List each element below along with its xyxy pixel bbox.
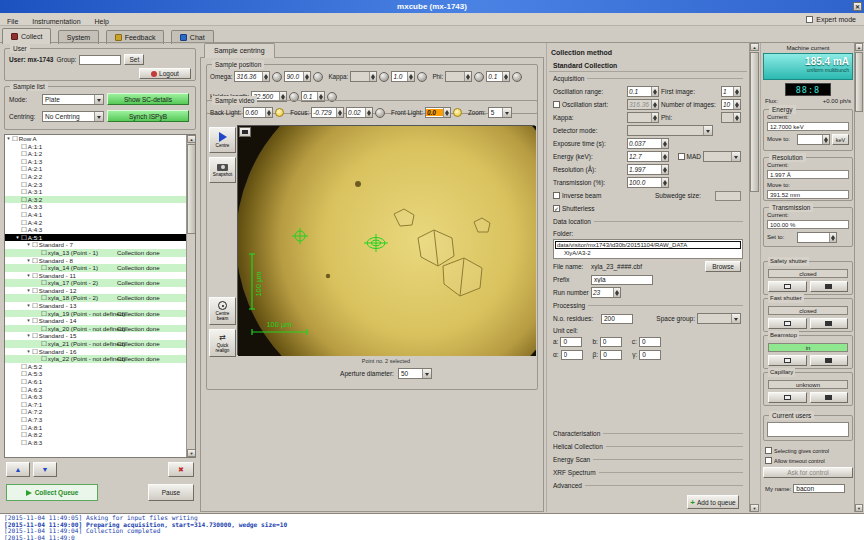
kappa-gear-icon[interactable] (379, 72, 389, 82)
tab-sample-centring[interactable]: Sample centring (204, 43, 275, 58)
row-checkbox-icon[interactable]: ☐ (21, 181, 27, 189)
row-checkbox-icon[interactable]: ☐ (21, 408, 27, 416)
window-titlebar[interactable]: mxcube (mx-1743) ✕ (0, 0, 864, 13)
expander-icon[interactable]: ▾ (25, 272, 32, 280)
row-checkbox-icon[interactable]: ☐ (41, 310, 47, 318)
shutter-open-button[interactable] (768, 355, 807, 366)
prefix-input[interactable] (591, 275, 653, 285)
synch-ispyb-button[interactable]: Synch ISPyB (107, 110, 189, 122)
row-checkbox-icon[interactable]: ☐ (21, 150, 27, 158)
subwedge-field[interactable] (715, 191, 741, 201)
folder-sub-item[interactable]: XlyA/A3-2 (555, 249, 741, 256)
transmission-acq-spinbox[interactable]: 100.0 (627, 177, 669, 188)
row-checkbox-icon[interactable]: ☐ (21, 234, 27, 242)
detector-mode-select[interactable] (627, 125, 713, 136)
tree-row[interactable]: ☐ A:4:2 (5, 219, 195, 227)
row-checkbox-icon[interactable]: ☐ (21, 165, 27, 173)
shutter-close-button[interactable] (810, 318, 849, 329)
tree-row[interactable]: ☐ A:2:2 (5, 173, 195, 181)
group-input[interactable] (79, 55, 121, 65)
section-header[interactable]: Helical Collection (547, 440, 749, 453)
tree-row[interactable]: ☐ xyla_20 (Point - not defined) Collecti… (5, 325, 195, 333)
tree-row[interactable]: ☐ A:8:1 (5, 424, 195, 432)
osc-start-spinbox[interactable]: 316.36 (627, 99, 659, 110)
tree-row[interactable]: ☐ A:1:2 (5, 150, 195, 158)
row-checkbox-icon[interactable]: ☐ (21, 196, 27, 204)
section-header[interactable]: XRF Spectrum (547, 466, 749, 479)
back-light-spinbox[interactable]: 0.60 (243, 107, 273, 118)
row-checkbox-icon[interactable]: ☐ (21, 211, 27, 219)
quick-realign-button[interactable]: ⇄ Quick realign (209, 329, 236, 357)
row-checkbox-icon[interactable]: ☐ (32, 257, 38, 265)
menu-item[interactable]: Help (88, 18, 116, 25)
row-checkbox-icon[interactable]: ☐ (41, 249, 47, 257)
focus-gear-icon[interactable] (375, 108, 385, 118)
tree-row[interactable]: ☐ A:4:1 (5, 211, 195, 219)
logout-button[interactable]: Logout (139, 68, 191, 79)
energy-acq-spinbox[interactable]: 12.7 (627, 151, 669, 162)
tree-row[interactable]: ☐ A:5:3 (5, 370, 195, 378)
row-checkbox-icon[interactable]: ☐ (41, 279, 47, 287)
standard-collection-header[interactable]: Standard Collection (549, 59, 747, 72)
row-checkbox-icon[interactable]: ☐ (21, 226, 27, 234)
resolution-acq-spinbox[interactable]: 1.997 (627, 164, 669, 175)
row-checkbox-icon[interactable]: ☐ (32, 348, 38, 356)
resolution-move-value[interactable]: 391.52 mm (767, 190, 849, 199)
tree-row[interactable]: ☐ A:7:3 (5, 416, 195, 424)
expander-icon[interactable]: ▾ (25, 287, 32, 295)
phi-acq-spinbox[interactable] (721, 112, 741, 123)
space-group-select[interactable] (697, 313, 741, 324)
tree-row[interactable]: ☐ A:3:1 (5, 188, 195, 196)
video-display-button[interactable] (239, 127, 251, 137)
row-checkbox-icon[interactable]: ☐ (21, 370, 27, 378)
omega-step-spinbox[interactable]: 90.0 (284, 71, 311, 82)
shutter-close-button[interactable] (810, 392, 849, 403)
shutter-open-button[interactable] (768, 281, 807, 292)
row-checkbox-icon[interactable]: ☐ (21, 143, 27, 151)
shutterless-checkbox[interactable]: ✓ (553, 205, 560, 212)
row-checkbox-icon[interactable]: ☐ (32, 272, 38, 280)
tree-row[interactable]: ☐ A:2:1 (5, 165, 195, 173)
tree-row[interactable]: ☐ xyla_17 (Point - 2) Collection done (5, 279, 195, 287)
scrollbar-thumb[interactable] (855, 52, 863, 112)
row-checkbox-icon[interactable]: ☐ (21, 158, 27, 166)
add-to-queue-button[interactable]: + Add to queue (687, 495, 739, 509)
row-checkbox-icon[interactable]: ☐ (32, 317, 38, 325)
expander-icon[interactable]: ▾ (25, 241, 32, 249)
tree-row[interactable]: ☐ A:2:3 (5, 181, 195, 189)
tree-row[interactable]: ☐ xyla_14 (Point - 1) Collection done (5, 264, 195, 272)
energy-unit-button[interactable]: keV (832, 134, 849, 145)
allow-timeout-control-checkbox[interactable] (765, 457, 772, 464)
back-light-icon[interactable] (275, 108, 284, 117)
cell-a-input[interactable] (560, 337, 582, 347)
row-checkbox-icon[interactable]: ☐ (32, 241, 38, 249)
tree-row[interactable]: ▾ ☐ Standard - 7 (5, 241, 195, 249)
sample-tree[interactable]: ▾ ☐ Row A ☐ A:1:1 ☐ A:1:2 (4, 134, 196, 458)
kappa-acq-spinbox[interactable] (627, 112, 659, 123)
centre-beam-button[interactable]: Centre beam (209, 297, 236, 325)
tree-row[interactable]: ▾ ☐ Standard - 8 (5, 257, 195, 265)
expander-icon[interactable]: ▾ (25, 348, 32, 356)
centre-button[interactable]: Centre (209, 127, 236, 153)
browse-button[interactable]: Browse (705, 261, 741, 272)
front-light-icon[interactable] (453, 108, 462, 117)
row-checkbox-icon[interactable]: ☐ (41, 340, 47, 348)
scroll-up-icon[interactable]: ▲ (855, 43, 863, 51)
tree-row[interactable]: ▾ ☐ Standard - 13 (5, 302, 195, 310)
shutter-close-button[interactable] (810, 355, 849, 366)
cell-c-input[interactable] (639, 337, 661, 347)
section-header[interactable]: Advanced (547, 479, 749, 492)
collection-scrollbar[interactable]: ▲ ▼ (749, 43, 758, 512)
front-light-spinbox[interactable]: 0.0 (425, 107, 451, 118)
row-checkbox-icon[interactable]: ☐ (41, 325, 47, 333)
tree-row[interactable]: ▾ ☐ A:5:1 (5, 234, 195, 242)
row-checkbox-icon[interactable]: ☐ (21, 219, 27, 227)
row-checkbox-icon[interactable]: ☐ (32, 287, 38, 295)
log-console[interactable]: [2015-11-04 11:49:05] Asking for input f… (0, 513, 864, 540)
my-name-input[interactable] (793, 484, 845, 493)
shutter-open-button[interactable] (768, 318, 807, 329)
omega-gear-icon[interactable] (272, 72, 282, 82)
cell-b-input[interactable] (600, 337, 622, 347)
folder-path-item[interactable]: data/visitor/mx1743/id30b/20151104/RAW_D… (555, 241, 741, 249)
expander-icon[interactable]: ▾ (25, 317, 32, 325)
